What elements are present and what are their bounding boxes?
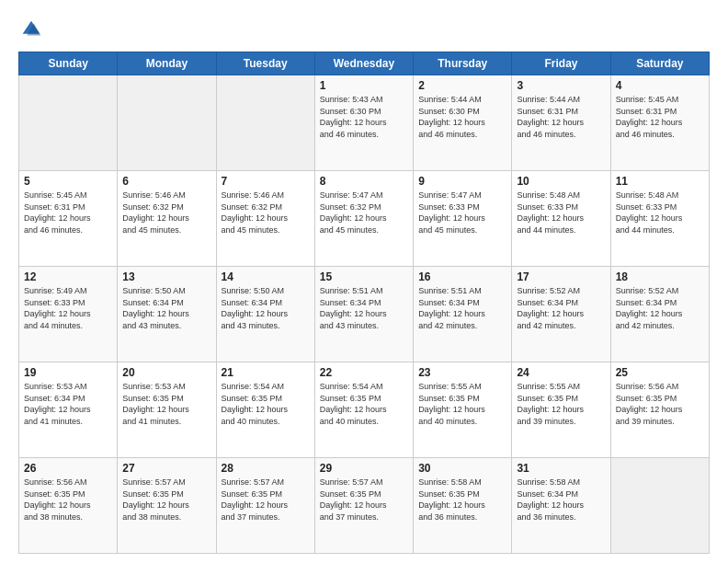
day-info: Sunrise: 5:53 AM Sunset: 6:34 PM Dayligh… [24,381,112,427]
calendar-cell: 26Sunrise: 5:56 AM Sunset: 6:35 PM Dayli… [19,458,118,554]
week-row-1: 1Sunrise: 5:43 AM Sunset: 6:30 PM Daylig… [19,75,710,171]
day-number: 25 [616,366,704,379]
calendar-cell: 31Sunrise: 5:58 AM Sunset: 6:34 PM Dayli… [512,458,610,554]
day-number: 27 [122,462,210,475]
day-info: Sunrise: 5:46 AM Sunset: 6:32 PM Dayligh… [222,190,310,236]
logo-icon [18,17,44,42]
day-number: 12 [24,270,112,283]
day-info: Sunrise: 5:47 AM Sunset: 6:32 PM Dayligh… [320,190,408,236]
day-number: 31 [517,462,605,475]
day-header-thursday: Thursday [414,52,512,75]
week-row-4: 19Sunrise: 5:53 AM Sunset: 6:34 PM Dayli… [19,362,710,458]
day-number: 9 [418,175,506,188]
day-number: 19 [24,366,112,379]
calendar-cell: 14Sunrise: 5:50 AM Sunset: 6:34 PM Dayli… [216,267,314,362]
day-info: Sunrise: 5:56 AM Sunset: 6:35 PM Dayligh… [24,477,112,523]
day-number: 23 [418,366,506,379]
calendar-table: SundayMondayTuesdayWednesdayThursdayFrid… [18,52,710,554]
calendar-cell [216,75,314,171]
calendar-cell: 28Sunrise: 5:57 AM Sunset: 6:35 PM Dayli… [216,458,314,554]
day-info: Sunrise: 5:44 AM Sunset: 6:30 PM Dayligh… [418,94,506,140]
calendar-cell: 23Sunrise: 5:55 AM Sunset: 6:35 PM Dayli… [414,362,512,458]
day-info: Sunrise: 5:43 AM Sunset: 6:30 PM Dayligh… [320,94,408,140]
calendar-cell: 10Sunrise: 5:48 AM Sunset: 6:33 PM Dayli… [512,171,610,267]
day-number: 22 [320,366,408,379]
day-info: Sunrise: 5:58 AM Sunset: 6:34 PM Dayligh… [517,477,605,523]
day-number: 2 [418,79,506,92]
day-info: Sunrise: 5:50 AM Sunset: 6:34 PM Dayligh… [122,285,210,331]
day-info: Sunrise: 5:52 AM Sunset: 6:34 PM Dayligh… [517,285,605,331]
calendar-cell: 27Sunrise: 5:57 AM Sunset: 6:35 PM Dayli… [118,458,216,554]
calendar-cell: 11Sunrise: 5:48 AM Sunset: 6:33 PM Dayli… [610,171,709,267]
page: SundayMondayTuesdayWednesdayThursdayFrid… [0,0,728,563]
day-number: 4 [616,79,704,92]
day-number: 7 [222,175,310,188]
day-info: Sunrise: 5:46 AM Sunset: 6:32 PM Dayligh… [122,190,210,236]
calendar-cell: 8Sunrise: 5:47 AM Sunset: 6:32 PM Daylig… [314,171,413,267]
calendar-cell [19,75,118,171]
calendar-cell: 18Sunrise: 5:52 AM Sunset: 6:34 PM Dayli… [610,267,709,362]
calendar-cell: 17Sunrise: 5:52 AM Sunset: 6:34 PM Dayli… [512,267,610,362]
calendar-cell: 19Sunrise: 5:53 AM Sunset: 6:34 PM Dayli… [19,362,118,458]
week-row-2: 5Sunrise: 5:45 AM Sunset: 6:31 PM Daylig… [19,171,710,267]
week-row-5: 26Sunrise: 5:56 AM Sunset: 6:35 PM Dayli… [19,458,710,554]
day-info: Sunrise: 5:54 AM Sunset: 6:35 PM Dayligh… [222,381,310,427]
day-info: Sunrise: 5:47 AM Sunset: 6:33 PM Dayligh… [418,190,506,236]
day-number: 26 [24,462,112,475]
day-number: 17 [517,270,605,283]
day-number: 13 [122,270,210,283]
calendar-cell: 6Sunrise: 5:46 AM Sunset: 6:32 PM Daylig… [118,171,216,267]
day-number: 18 [616,270,704,283]
day-info: Sunrise: 5:54 AM Sunset: 6:35 PM Dayligh… [320,381,408,427]
day-number: 1 [320,79,408,92]
day-number: 30 [418,462,506,475]
day-number: 11 [616,175,704,188]
day-info: Sunrise: 5:45 AM Sunset: 6:31 PM Dayligh… [616,94,704,140]
calendar-header: SundayMondayTuesdayWednesdayThursdayFrid… [19,52,710,75]
day-info: Sunrise: 5:48 AM Sunset: 6:33 PM Dayligh… [616,190,704,236]
calendar-cell: 3Sunrise: 5:44 AM Sunset: 6:31 PM Daylig… [512,75,610,171]
calendar-cell: 25Sunrise: 5:56 AM Sunset: 6:35 PM Dayli… [610,362,709,458]
calendar-cell: 29Sunrise: 5:57 AM Sunset: 6:35 PM Dayli… [314,458,413,554]
day-info: Sunrise: 5:51 AM Sunset: 6:34 PM Dayligh… [320,285,408,331]
calendar-body: 1Sunrise: 5:43 AM Sunset: 6:30 PM Daylig… [19,75,710,554]
calendar-cell: 24Sunrise: 5:55 AM Sunset: 6:35 PM Dayli… [512,362,610,458]
day-info: Sunrise: 5:51 AM Sunset: 6:34 PM Dayligh… [418,285,506,331]
day-number: 21 [222,366,310,379]
calendar-cell: 4Sunrise: 5:45 AM Sunset: 6:31 PM Daylig… [610,75,709,171]
calendar-cell: 5Sunrise: 5:45 AM Sunset: 6:31 PM Daylig… [19,171,118,267]
calendar-cell: 9Sunrise: 5:47 AM Sunset: 6:33 PM Daylig… [414,171,512,267]
day-info: Sunrise: 5:53 AM Sunset: 6:35 PM Dayligh… [122,381,210,427]
day-number: 5 [24,175,112,188]
calendar-cell: 2Sunrise: 5:44 AM Sunset: 6:30 PM Daylig… [414,75,512,171]
day-info: Sunrise: 5:57 AM Sunset: 6:35 PM Dayligh… [122,477,210,523]
day-info: Sunrise: 5:48 AM Sunset: 6:33 PM Dayligh… [517,190,605,236]
day-number: 8 [320,175,408,188]
calendar-cell [118,75,216,171]
calendar-cell: 12Sunrise: 5:49 AM Sunset: 6:33 PM Dayli… [19,267,118,362]
calendar-cell: 1Sunrise: 5:43 AM Sunset: 6:30 PM Daylig… [314,75,413,171]
day-header-monday: Monday [118,52,216,75]
day-number: 3 [517,79,605,92]
day-info: Sunrise: 5:56 AM Sunset: 6:35 PM Dayligh… [616,381,704,427]
day-header-tuesday: Tuesday [216,52,314,75]
day-number: 14 [222,270,310,283]
day-header-wednesday: Wednesday [314,52,413,75]
day-number: 16 [418,270,506,283]
day-header-saturday: Saturday [610,52,709,75]
calendar-cell: 13Sunrise: 5:50 AM Sunset: 6:34 PM Dayli… [118,267,216,362]
week-row-3: 12Sunrise: 5:49 AM Sunset: 6:33 PM Dayli… [19,267,710,362]
calendar-cell: 21Sunrise: 5:54 AM Sunset: 6:35 PM Dayli… [216,362,314,458]
day-header-friday: Friday [512,52,610,75]
day-number: 10 [517,175,605,188]
day-info: Sunrise: 5:55 AM Sunset: 6:35 PM Dayligh… [418,381,506,427]
calendar-cell: 22Sunrise: 5:54 AM Sunset: 6:35 PM Dayli… [314,362,413,458]
day-number: 28 [222,462,310,475]
day-number: 15 [320,270,408,283]
calendar-cell: 7Sunrise: 5:46 AM Sunset: 6:32 PM Daylig… [216,171,314,267]
day-number: 6 [122,175,210,188]
day-number: 29 [320,462,408,475]
day-info: Sunrise: 5:57 AM Sunset: 6:35 PM Dayligh… [320,477,408,523]
day-info: Sunrise: 5:49 AM Sunset: 6:33 PM Dayligh… [24,285,112,331]
calendar-cell: 30Sunrise: 5:58 AM Sunset: 6:35 PM Dayli… [414,458,512,554]
